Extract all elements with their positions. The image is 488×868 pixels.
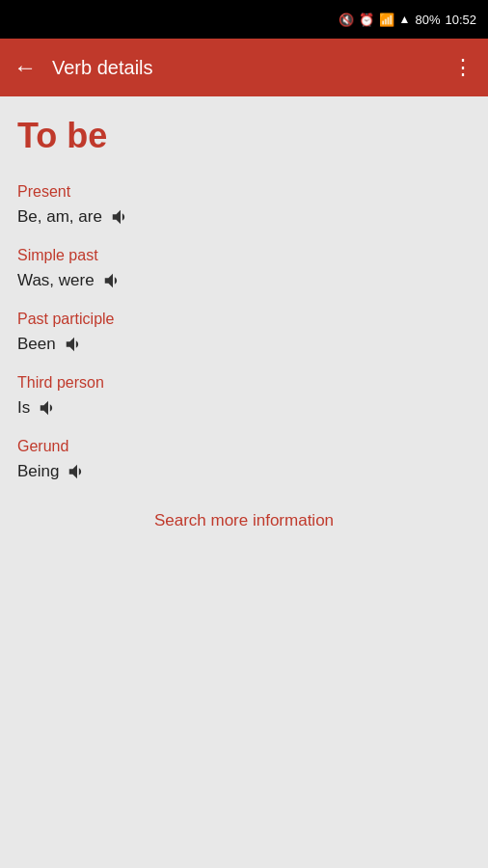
verb-title: To be (17, 116, 471, 156)
simple-past-sound-button[interactable] (102, 270, 123, 291)
status-bar: 🔇 ⏰ 📶 ▲ 80% 10:52 (0, 0, 488, 39)
gerund-label: Gerund (17, 438, 471, 455)
simple-past-label: Simple past (17, 247, 471, 264)
gerund-sound-button[interactable] (67, 461, 88, 482)
past-participle-value: Been (17, 334, 471, 355)
present-sound-button[interactable] (110, 206, 131, 228)
gerund-value: Being (17, 461, 471, 482)
app-bar-title: Verb details (52, 57, 437, 79)
mute-icon: 🔇 (339, 13, 354, 27)
past-participle-label: Past participle (17, 311, 471, 328)
third-person-value: Is (17, 397, 471, 419)
signal-icon: ▲ (399, 13, 411, 26)
time-text: 10:52 (445, 13, 476, 27)
third-person-sound-button[interactable] (38, 397, 59, 419)
back-button[interactable]: ← (14, 54, 37, 81)
more-options-button[interactable]: ⋮ (452, 55, 474, 80)
app-bar: ← Verb details ⋮ (0, 39, 488, 96)
battery-text: 80% (415, 13, 440, 27)
present-value: Be, am, are (17, 206, 471, 228)
past-participle-sound-button[interactable] (64, 334, 85, 355)
third-person-label: Third person (17, 374, 471, 392)
alarm-icon: ⏰ (359, 13, 374, 27)
status-icons: 🔇 ⏰ 📶 ▲ 80% 10:52 (339, 13, 476, 27)
wifi-icon: 📶 (379, 13, 394, 27)
simple-past-value: Was, were (17, 270, 471, 291)
present-label: Present (17, 183, 471, 201)
search-more-link[interactable]: Search more information (17, 511, 471, 530)
content-area: To be Present Be, am, are Simple past Wa… (0, 96, 488, 550)
